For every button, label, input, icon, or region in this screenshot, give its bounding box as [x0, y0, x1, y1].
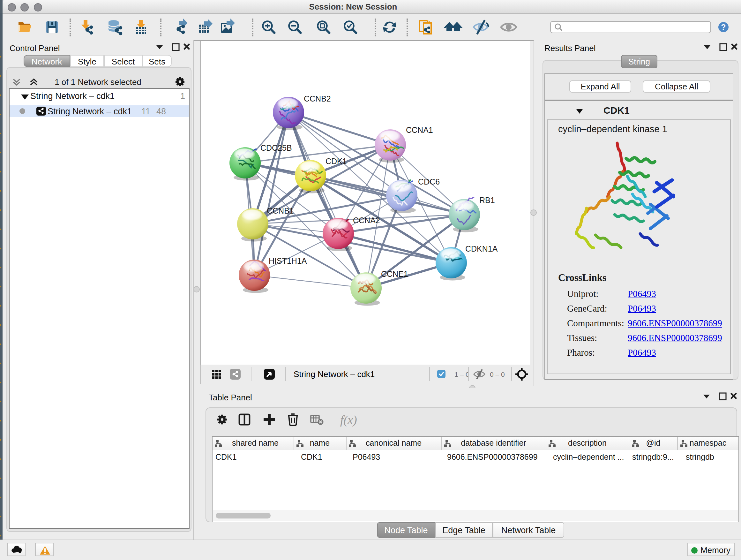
svg-text:String Network – cdk1: String Network – cdk1: [293, 369, 374, 379]
svg-text:1 – 0: 1 – 0: [454, 371, 469, 378]
svg-text:CCNA1: CCNA1: [406, 125, 433, 134]
svg-text:CCNB2: CCNB2: [304, 94, 331, 103]
svg-text:CDC25B: CDC25B: [260, 143, 292, 152]
svg-text:f(x): f(x): [340, 413, 357, 427]
svg-text:CCNA2: CCNA2: [353, 216, 380, 225]
svg-text:RB1: RB1: [479, 196, 495, 205]
svg-text:CDC6: CDC6: [418, 177, 440, 186]
svg-text:CCNB1: CCNB1: [267, 206, 294, 215]
svg-text:0 – 0: 0 – 0: [489, 371, 504, 378]
svg-text:HIST1H1A: HIST1H1A: [269, 256, 307, 265]
svg-text:CDK1: CDK1: [326, 157, 347, 166]
svg-text:?: ?: [721, 22, 725, 31]
svg-text:CCNE1: CCNE1: [381, 269, 408, 278]
svg-text:CDKN1A: CDKN1A: [465, 244, 498, 253]
